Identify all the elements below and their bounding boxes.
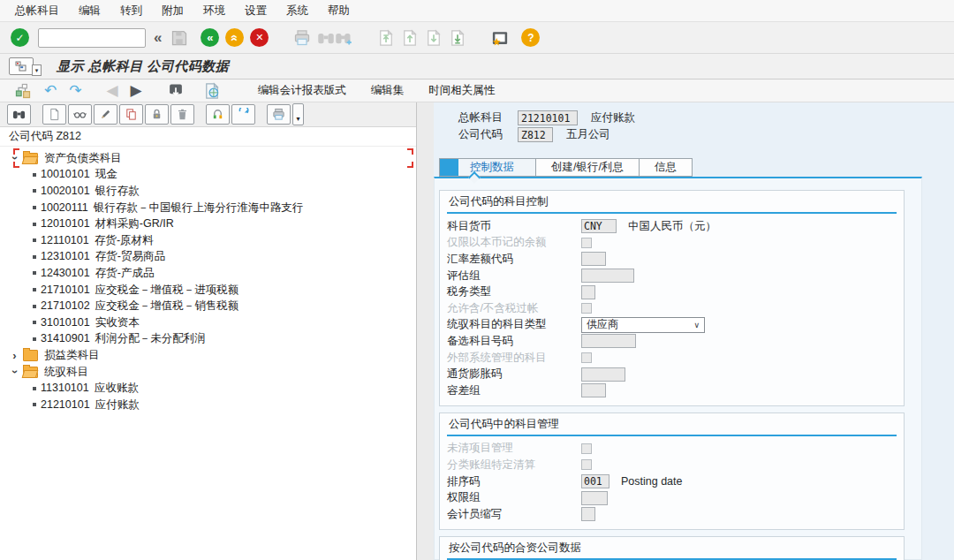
app-button-2[interactable]: 编辑集	[359, 83, 417, 98]
change-button[interactable]	[94, 104, 117, 125]
group-box: 公司代码的科目控制科目货币CNY中国人民币（元）仅限以本币记的余额汇率差额代码评…	[439, 190, 905, 406]
refresh-button[interactable]	[231, 104, 255, 125]
input-field[interactable]: 001	[581, 474, 610, 488]
previous-page-icon[interactable]	[401, 29, 419, 47]
checkbox[interactable]	[581, 459, 592, 470]
company-code-value[interactable]: Z812	[518, 127, 553, 142]
next-object-icon[interactable]: ▶	[131, 83, 142, 98]
chevron-down-icon[interactable]: ›	[9, 366, 22, 377]
delete-button[interactable]	[170, 104, 194, 125]
tree-folder[interactable]: ›统驭科目	[0, 364, 416, 381]
display-document-icon[interactable]	[203, 82, 221, 100]
print-tree-button[interactable]	[267, 104, 291, 125]
input-field[interactable]	[581, 252, 606, 266]
checkbox[interactable]	[581, 303, 592, 314]
field-label: 权限组	[447, 490, 581, 505]
find-next-icon[interactable]	[335, 29, 352, 47]
back-button[interactable]: «	[201, 28, 219, 47]
tree-folder[interactable]: ›资产负债类科目	[0, 150, 416, 167]
panel-splitter[interactable]	[417, 102, 434, 560]
where-used-button[interactable]	[206, 104, 230, 125]
previous-object-icon[interactable]: ◀	[107, 83, 118, 98]
tree-item[interactable]: 11310101 应收账款	[0, 380, 416, 397]
input-field[interactable]	[581, 285, 595, 299]
tree-item-label: 10020101 银行存款	[41, 184, 140, 199]
block-button[interactable]	[145, 104, 169, 125]
tree-item[interactable]: 12010101 材料采购-GR/IR	[0, 216, 416, 232]
next-page-icon[interactable]	[425, 29, 443, 47]
checkbox[interactable]	[581, 352, 592, 363]
new-session-icon[interactable]	[491, 29, 509, 47]
input-field[interactable]: CNY	[581, 219, 617, 233]
command-field[interactable]	[38, 28, 146, 48]
app-button-3[interactable]: 时间相关属性	[416, 83, 507, 98]
check-icon[interactable]	[167, 82, 185, 100]
help-button[interactable]: ?	[521, 28, 540, 47]
checkbox[interactable]	[581, 443, 592, 454]
menu-item-1[interactable]: 总帐科目	[5, 4, 69, 19]
tree-item[interactable]: 21710101 应交税金－增值税－进项税额	[0, 282, 416, 299]
find-icon[interactable]	[317, 29, 335, 47]
save-icon[interactable]	[170, 29, 188, 47]
input-field[interactable]	[581, 367, 625, 382]
tree-folder[interactable]: ›损益类科目	[0, 347, 416, 364]
select-field[interactable]: 供应商∨	[581, 317, 705, 333]
search-button[interactable]	[7, 104, 31, 125]
other-object-icon[interactable]	[14, 82, 32, 100]
tree-item[interactable]: 10020101 银行存款	[0, 183, 416, 200]
select-value: 供应商	[587, 317, 618, 332]
form-row: 未清项目管理	[447, 441, 897, 458]
input-field[interactable]	[581, 491, 608, 505]
tree-item[interactable]: 12430101 存货-产成品	[0, 265, 416, 282]
menu-item-6[interactable]: 设置	[235, 4, 276, 19]
input-field[interactable]	[581, 507, 595, 521]
collapse-icon[interactable]: «	[154, 29, 162, 47]
create-button[interactable]	[42, 104, 66, 125]
chevron-right-icon[interactable]: ›	[9, 349, 20, 362]
print-icon[interactable]	[293, 29, 311, 47]
copy-icon	[125, 108, 138, 121]
tree-item[interactable]: 21210101 应付账款	[0, 397, 416, 413]
tree-item[interactable]: 10010101 现金	[0, 167, 416, 184]
app-button-1[interactable]: 编辑会计报表版式	[246, 83, 359, 98]
field-label: 分类账组特定清算	[447, 458, 581, 473]
check-icon: ✓	[15, 32, 24, 44]
menu-item-3[interactable]: 转到	[110, 4, 152, 19]
tree-item[interactable]: 10020111 银行存款－中国银行上海分行淮海中路支行	[0, 200, 416, 216]
display-button[interactable]	[68, 104, 92, 125]
menu-item-2[interactable]: 编辑	[69, 4, 110, 19]
tree-item[interactable]: 21710102 应交税金－增值税－销售税额	[0, 298, 416, 314]
tree-item[interactable]: 12110101 存货-原材料	[0, 232, 416, 249]
menu-item-5[interactable]: 环境	[193, 4, 235, 19]
enter-button[interactable]: ✓	[11, 28, 29, 47]
redo-icon[interactable]: ↷	[69, 83, 81, 98]
last-page-icon[interactable]	[449, 29, 466, 47]
print-options-caret[interactable]: ▾	[292, 103, 304, 125]
tree-item[interactable]: 12310101 存货-贸易商品	[0, 249, 416, 266]
tab-create-bank-interest[interactable]: 创建/银行/利息	[535, 158, 640, 177]
exit-button[interactable]: «	[225, 28, 244, 47]
cancel-button[interactable]: ✕	[250, 28, 269, 47]
menu-item-7[interactable]: 系统	[276, 4, 318, 19]
gl-account-value[interactable]: 21210101	[518, 110, 578, 125]
menu-item-4[interactable]: 附加	[152, 4, 193, 19]
checkbox[interactable]	[581, 238, 592, 248]
copy-button[interactable]	[119, 104, 143, 125]
layout-menu-caret[interactable]: ▾	[32, 64, 42, 76]
input-field[interactable]	[581, 269, 634, 283]
pencil-icon	[99, 108, 112, 121]
tree-item[interactable]: 31410901 利润分配－未分配利润	[0, 331, 416, 348]
gui-layout-menu-button[interactable]: ▾	[9, 57, 34, 75]
form-row: 仅限以本币记的余额	[447, 235, 897, 252]
tab-information[interactable]: 信息	[639, 158, 693, 177]
input-field[interactable]	[581, 334, 636, 348]
chevron-down-icon[interactable]: ›	[9, 152, 22, 163]
menu-item-8[interactable]: 帮助	[318, 4, 360, 19]
first-page-icon[interactable]	[377, 29, 395, 47]
tab-control-data[interactable]: 控制数据	[439, 158, 536, 177]
field-suffix: Posting date	[621, 475, 683, 488]
tree-item[interactable]: 31010101 实收资本	[0, 314, 416, 331]
form-row: 备选科目号码	[447, 333, 897, 350]
input-field[interactable]	[581, 383, 606, 397]
undo-icon[interactable]: ↶	[44, 83, 57, 98]
